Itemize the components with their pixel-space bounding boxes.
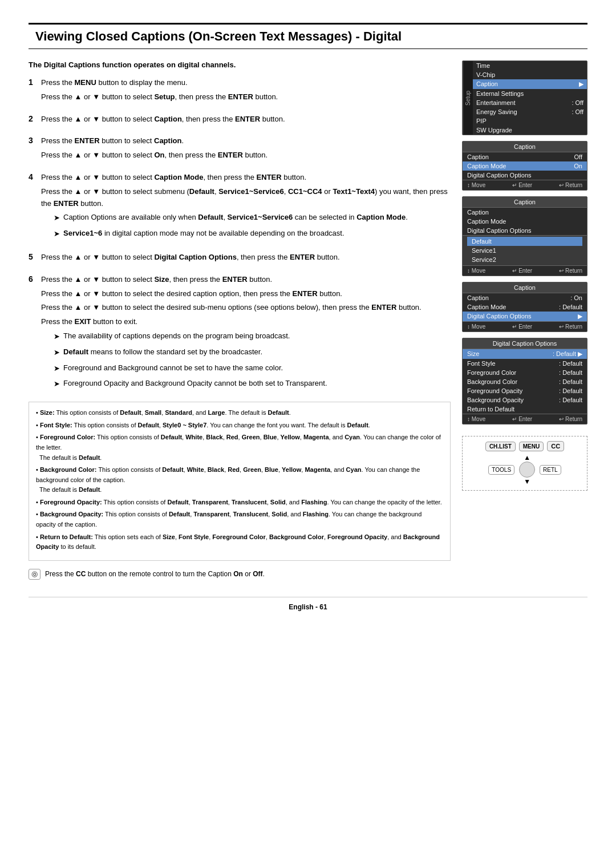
- panel-caption2-row-caption: Caption: [463, 208, 587, 217]
- panel-caption2-row-service2: Service2: [467, 255, 582, 264]
- row-label: Background Opacity: [467, 397, 524, 403]
- step-5-line-1: Press the ▲ or ▼ button to select Digita…: [41, 252, 451, 264]
- row-arrow: ▶: [579, 80, 583, 88]
- row-label: Caption: [467, 209, 489, 216]
- step-6-line-2: Press the ▲ or ▼ button to select the de…: [41, 288, 451, 300]
- panel-caption1-title: Caption: [463, 141, 587, 152]
- cc-note-row: ㉧ Press the CC button on the remote cont…: [29, 569, 451, 580]
- arrow-icon-4: ➤: [54, 347, 60, 359]
- cc-note-text: Press the CC button on the remote contro…: [45, 570, 265, 578]
- row-label: External Settings: [476, 90, 524, 97]
- cc-button[interactable]: CC: [547, 441, 564, 451]
- panel-setup-row-time: Time: [473, 61, 587, 70]
- footer-enter: ↵ Enter: [512, 182, 532, 188]
- row-value: Service2: [472, 256, 496, 263]
- arrow-icon-5: ➤: [54, 363, 60, 375]
- panel-caption2-row-options: Digital Caption Options: [463, 226, 587, 235]
- footer-enter: ↵ Enter: [512, 268, 532, 274]
- step-5: 5 Press the ▲ or ▼ button to select Digi…: [29, 252, 451, 266]
- panel-setup-row-entertainment: Entertainment : Off: [473, 98, 587, 107]
- panel-digital-row-fgopacity: Foreground Opacity : Default: [463, 386, 587, 395]
- remote-bottom-row: TOOLS ▲ ▼ RETL: [488, 454, 561, 486]
- tv-panel-setup: Setup Time V-Chip Caption ▶ External Set…: [462, 60, 587, 135]
- center-button[interactable]: [519, 462, 535, 478]
- step-6-line-1: Press the ▲ or ▼ button to select Size, …: [41, 274, 451, 286]
- step-2-content: Press the ▲ or ▼ button to select Captio…: [41, 114, 451, 128]
- panel-setup-row-sw: SW Upgrade: [473, 126, 587, 135]
- notes-item-5: • Foreground Opacity: This option consis…: [36, 498, 443, 508]
- panel-caption2-footer: ↕ Move ↵ Enter ↩ Return: [463, 265, 587, 276]
- arrow-icon-6: ➤: [54, 378, 60, 390]
- step-1-line-1: Press the MENU button to display the men…: [41, 77, 451, 89]
- notes-item-4: • Background Color: This option consists…: [36, 465, 443, 495]
- row-value: : Default: [559, 304, 582, 310]
- tools-button[interactable]: TOOLS: [488, 465, 514, 475]
- step-2-num: 2: [29, 114, 41, 123]
- row-value: Default: [472, 238, 492, 245]
- row-value: : On: [570, 294, 582, 301]
- steps-container: 1 Press the MENU button to display the m…: [29, 77, 451, 394]
- step-4-line-1: Press the ▲ or ▼ button to select Captio…: [41, 172, 451, 184]
- footer-return: ↩ Return: [559, 416, 582, 422]
- footer-move: ↕ Move: [467, 416, 485, 422]
- footer-return: ↩ Return: [559, 182, 582, 188]
- notes-box: • Size: This option consists of Default,…: [29, 402, 451, 561]
- step-1: 1 Press the MENU button to display the m…: [29, 77, 451, 106]
- row-label: Caption: [467, 294, 489, 301]
- panel-setup-content: Time V-Chip Caption ▶ External Settings …: [473, 61, 587, 135]
- step-6-note-1: ➤ The availability of captions depends o…: [54, 330, 451, 343]
- row-value: : Default ▶: [553, 350, 582, 358]
- row-label: Foreground Color: [467, 369, 516, 376]
- step-4-note-1-text: Caption Options are available only when …: [63, 212, 408, 224]
- retl-button[interactable]: RETL: [540, 465, 561, 475]
- row-label: Return to Default: [467, 406, 514, 413]
- panel-setup-row-energy: Energy Saving : Off: [473, 107, 587, 116]
- page-number: English - 61: [289, 603, 327, 611]
- panel-digital-row-fgcolor: Foreground Color : Default: [463, 368, 587, 377]
- panel-digital-row-return: Return to Default: [463, 405, 587, 414]
- panel-digital-title: Digital Caption Options: [463, 338, 587, 349]
- panel-setup-row-caption: Caption ▶: [473, 79, 587, 89]
- notes-item-2: • Font Style: This option consists of De…: [36, 420, 443, 431]
- panel-digital-row-bgcolor: Background Color : Default: [463, 377, 587, 386]
- step-6-note-4-text: Foreground Opacity and Background Opacit…: [63, 378, 327, 390]
- step-2-line-1: Press the ▲ or ▼ button to select Captio…: [41, 114, 451, 126]
- footer-enter: ↵ Enter: [512, 416, 532, 422]
- row-label: Size: [467, 350, 479, 358]
- panel-caption3-row-mode: Caption Mode : Default: [463, 302, 587, 312]
- panel-caption2-row-mode: Caption Mode: [463, 217, 587, 226]
- row-label: Caption: [476, 80, 498, 88]
- step-6-note-4: ➤ Foreground Opacity and Background Opac…: [54, 378, 451, 390]
- ch-list-button[interactable]: CH.LIST: [485, 442, 516, 451]
- row-label: Caption: [467, 153, 489, 160]
- row-value: Off: [574, 153, 582, 160]
- step-5-content: Press the ▲ or ▼ button to select Digita…: [41, 252, 451, 266]
- row-value: : Default: [559, 369, 582, 376]
- footer-move: ↕ Move: [467, 324, 485, 330]
- arrow-up-button[interactable]: ▲: [524, 454, 530, 462]
- step-3-num: 3: [29, 136, 41, 145]
- arrow-down-button[interactable]: ▼: [524, 478, 530, 486]
- tv-panel-caption1: Caption Caption Off Caption Mode On Digi…: [462, 141, 587, 191]
- intro-text: The Digital Captions function operates o…: [29, 60, 451, 69]
- arrow-icon-1: ➤: [54, 212, 60, 224]
- row-label: Digital Caption Options: [467, 313, 532, 320]
- row-value: : Default: [559, 387, 582, 394]
- step-3-content: Press the ENTER button to select Caption…: [41, 135, 451, 164]
- panel-digital-row-size: Size : Default ▶: [463, 349, 587, 359]
- cc-icon: ㉧: [29, 569, 40, 580]
- panel-caption2-row-service1: Service1: [467, 246, 582, 255]
- step-1-content: Press the MENU button to display the men…: [41, 77, 451, 106]
- row-label: V-Chip: [476, 71, 495, 78]
- panel-caption2-title: Caption: [463, 197, 587, 208]
- footer-move: ↕ Move: [467, 268, 485, 274]
- row-label: Font Style: [467, 360, 496, 367]
- tv-panel-digital-options: Digital Caption Options Size : Default ▶…: [462, 338, 587, 424]
- row-value: : Default: [559, 378, 582, 385]
- page-title: Viewing Closed Captions (On-Screen Text …: [29, 23, 587, 49]
- step-5-num: 5: [29, 252, 41, 261]
- notes-item-1: • Size: This option consists of Default,…: [36, 408, 443, 418]
- menu-button[interactable]: MENU: [519, 442, 544, 451]
- step-6-note-2: ➤ Default means to follow the standard s…: [54, 346, 451, 359]
- arrow-icon-3: ➤: [54, 331, 60, 343]
